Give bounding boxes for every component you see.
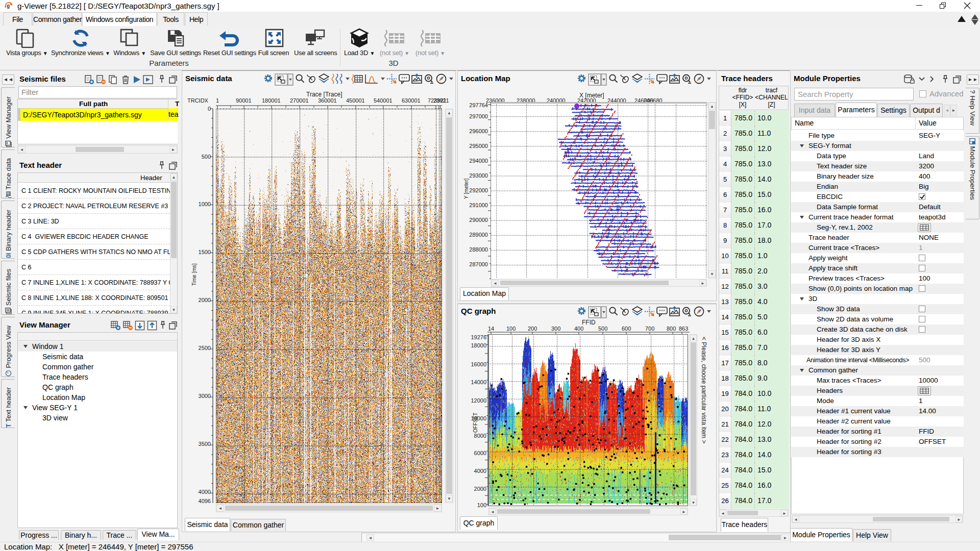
svg-text:g: g — [7, 3, 10, 9]
